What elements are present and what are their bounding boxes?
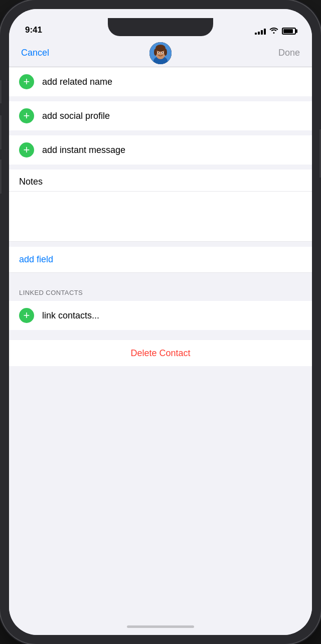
linked-contacts-header: LINKED CONTACTS bbox=[9, 278, 312, 301]
signal-bar-4 bbox=[264, 29, 266, 35]
add-field-section: add field bbox=[9, 247, 312, 273]
add-social-profile-label: add social profile bbox=[42, 111, 110, 121]
link-contacts-label: link contacts... bbox=[42, 310, 99, 321]
separator-3 bbox=[9, 165, 312, 170]
link-contacts-section: link contacts... bbox=[9, 301, 312, 330]
separator-1 bbox=[9, 96, 312, 101]
status-icons bbox=[255, 27, 296, 35]
avatar-image bbox=[149, 42, 172, 64]
delete-contact-section: Delete Contact bbox=[9, 340, 312, 366]
add-instant-message-icon bbox=[19, 142, 34, 157]
volume-down-button[interactable] bbox=[0, 159, 2, 194]
notes-content-area[interactable] bbox=[9, 192, 312, 242]
phone-screen: 9:41 bbox=[9, 9, 312, 635]
instant-message-section: add instant message bbox=[9, 135, 312, 165]
volume-up-button[interactable] bbox=[0, 115, 2, 149]
add-related-name-label: add related name bbox=[42, 77, 112, 87]
add-field-row[interactable]: add field bbox=[9, 247, 312, 273]
add-related-name-row[interactable]: add related name bbox=[9, 67, 312, 96]
separator-6 bbox=[9, 330, 312, 335]
add-social-profile-icon bbox=[19, 108, 34, 123]
social-profile-section: add social profile bbox=[9, 101, 312, 130]
notch bbox=[108, 18, 213, 36]
wifi-icon bbox=[269, 27, 278, 35]
avatar[interactable] bbox=[149, 42, 172, 64]
nav-bar: Cancel bbox=[9, 39, 312, 67]
link-contacts-icon bbox=[19, 308, 34, 323]
linked-contacts-header-text: LINKED CONTACTS bbox=[19, 289, 83, 296]
svg-point-6 bbox=[164, 49, 167, 56]
notes-label: Notes bbox=[19, 177, 43, 187]
add-instant-message-row[interactable]: add instant message bbox=[9, 135, 312, 165]
add-field-label: add field bbox=[19, 254, 53, 265]
delete-contact-row[interactable]: Delete Contact bbox=[9, 340, 312, 366]
signal-bar-1 bbox=[255, 33, 257, 35]
related-name-section: add related name bbox=[9, 67, 312, 96]
svg-point-9 bbox=[158, 52, 159, 53]
battery-icon bbox=[282, 28, 296, 35]
cancel-button[interactable]: Cancel bbox=[21, 48, 149, 58]
done-button[interactable]: Done bbox=[172, 48, 300, 58]
mute-button[interactable] bbox=[0, 80, 2, 103]
link-contacts-row[interactable]: link contacts... bbox=[9, 301, 312, 330]
separator-7 bbox=[9, 366, 312, 371]
home-bar bbox=[127, 625, 194, 628]
notes-label-row: Notes bbox=[9, 170, 312, 192]
delete-contact-label: Delete Contact bbox=[130, 348, 190, 359]
content-scroll[interactable]: add related name add social profile add … bbox=[9, 67, 312, 618]
separator-4 bbox=[9, 242, 312, 247]
add-related-name-icon bbox=[19, 74, 34, 89]
separator-5 bbox=[9, 273, 312, 278]
separator-2 bbox=[9, 130, 312, 135]
add-social-profile-row[interactable]: add social profile bbox=[9, 101, 312, 130]
notes-section: Notes bbox=[9, 170, 312, 242]
signal-bar-3 bbox=[261, 30, 263, 35]
phone-frame: 9:41 bbox=[0, 0, 321, 644]
add-instant-message-label: add instant message bbox=[42, 145, 125, 155]
signal-bar-2 bbox=[258, 32, 260, 35]
battery-fill bbox=[283, 29, 293, 33]
svg-point-4 bbox=[155, 45, 166, 52]
svg-point-10 bbox=[162, 52, 163, 53]
svg-point-5 bbox=[154, 49, 157, 56]
home-indicator bbox=[9, 618, 312, 635]
signal-icon bbox=[255, 28, 266, 35]
